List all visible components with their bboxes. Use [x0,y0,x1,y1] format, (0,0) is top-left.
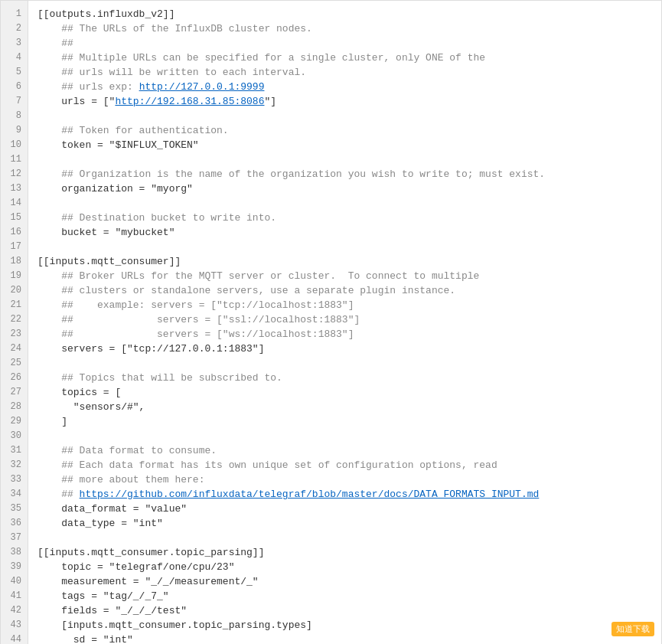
code-line: ## Data format to consume. [38,443,661,458]
line-number: 6 [1,80,28,94]
code-line: measurement = "_/_/measurement/_" [38,574,661,589]
code-line [38,429,661,443]
line-number: 20 [1,283,28,298]
code-line: topic = "telegraf/one/cpu/23" [38,560,661,574]
line-number: 10 [1,138,28,152]
line-number: 28 [1,400,28,414]
code-line [38,152,661,167]
line-number: 41 [1,589,28,603]
code-line [38,531,661,545]
code-line: ## Token for authentication. [38,123,661,138]
code-editor: 1234567891011121314151617181920212223242… [0,0,662,644]
code-line: ## clusters or standalone servers, use a… [38,283,661,298]
code-line: ## Destination bucket to write into. [38,211,661,225]
code-line: bucket = "mybucket" [38,225,661,240]
line-number: 36 [1,516,28,531]
code-line: tags = "tag/_/_7_" [38,589,661,603]
line-number: 40 [1,574,28,589]
line-number: 8 [1,109,28,123]
line-number: 27 [1,385,28,400]
code-line [38,196,661,211]
line-number: 4 [1,51,28,65]
line-number: 7 [1,94,28,109]
code-line: ## Organization is the name of the organ… [38,167,661,181]
code-line: servers = ["tcp://127.0.0.1:1883"] [38,342,661,356]
code-line: ## Broker URLs for the MQTT server or cl… [38,269,661,283]
hyperlink[interactable]: https://github.com/influxdata/telegraf/b… [80,489,540,500]
code-content-area: [[outputs.influxdb_v2]] ## The URLs of t… [28,1,661,644]
line-number: 19 [1,269,28,283]
code-line: sd = "int" [38,633,661,644]
code-line: fields = "_/_/_/test" [38,603,661,618]
code-line: token = "$INFLUX_TOKEN" [38,138,661,152]
code-line: ## servers = ["ws://localhost:1883"] [38,327,661,342]
line-number: 26 [1,371,28,385]
code-line: topics = [ [38,385,661,400]
code-line: ## more about them here: [38,472,661,487]
code-line: ## urls will be written to each interval… [38,65,661,80]
line-number: 43 [1,618,28,633]
code-line: organization = "myorg" [38,181,661,196]
code-line: ## urls exp: http://127.0.0.1:9999 [38,80,661,94]
code-line: "sensors/#", [38,400,661,414]
line-number-gutter: 1234567891011121314151617181920212223242… [1,1,28,644]
line-number: 39 [1,560,28,574]
line-number: 37 [1,531,28,545]
line-number: 32 [1,458,28,472]
code-line [38,109,661,123]
line-number: 31 [1,443,28,458]
code-line: ## Multiple URLs can be specified for a … [38,51,661,65]
line-number: 30 [1,429,28,443]
line-number: 1 [1,7,28,21]
code-line: ## Topics that will be subscribed to. [38,371,661,385]
code-line: ] [38,414,661,429]
line-number: 34 [1,487,28,502]
code-line [38,356,661,371]
code-line: ## The URLs of the InfluxDB cluster node… [38,21,661,36]
line-number: 22 [1,312,28,327]
hyperlink[interactable]: http://127.0.0.1:9999 [139,81,265,93]
code-line: [[outputs.influxdb_v2]] [38,7,661,21]
code-line: ## https://github.com/influxdata/telegra… [38,487,661,502]
line-number: 25 [1,356,28,371]
line-number: 35 [1,502,28,516]
line-number: 38 [1,545,28,560]
line-number: 13 [1,181,28,196]
code-line: [[inputs.mqtt_consumer]] [38,254,661,269]
code-line: ## Each data format has its own unique s… [38,458,661,472]
code-line: ## servers = ["ssl://localhost:1883"] [38,312,661,327]
line-number: 44 [1,633,28,644]
code-line [38,240,661,254]
line-number: 15 [1,211,28,225]
code-line: urls = ["http://192.168.31.85:8086"] [38,94,661,109]
line-number: 2 [1,21,28,36]
line-number: 24 [1,342,28,356]
line-number: 17 [1,240,28,254]
code-line: data_format = "value" [38,502,661,516]
line-number: 29 [1,414,28,429]
line-number: 14 [1,196,28,211]
hyperlink[interactable]: http://192.168.31.85:8086 [115,96,264,107]
line-number: 23 [1,327,28,342]
code-line: [inputs.mqtt_consumer.topic_parsing.type… [38,618,661,633]
line-number: 21 [1,298,28,312]
line-number: 11 [1,152,28,167]
line-number: 33 [1,472,28,487]
line-number: 5 [1,65,28,80]
line-number: 16 [1,225,28,240]
line-number: 18 [1,254,28,269]
line-number: 9 [1,123,28,138]
code-line: ## example: servers = ["tcp://localhost:… [38,298,661,312]
code-line: ## [38,36,661,51]
line-number: 3 [1,36,28,51]
watermark: 知道下载 [611,622,654,636]
line-number: 12 [1,167,28,181]
line-number: 42 [1,603,28,618]
code-line: [[inputs.mqtt_consumer.topic_parsing]] [38,545,661,560]
code-line: data_type = "int" [38,516,661,531]
